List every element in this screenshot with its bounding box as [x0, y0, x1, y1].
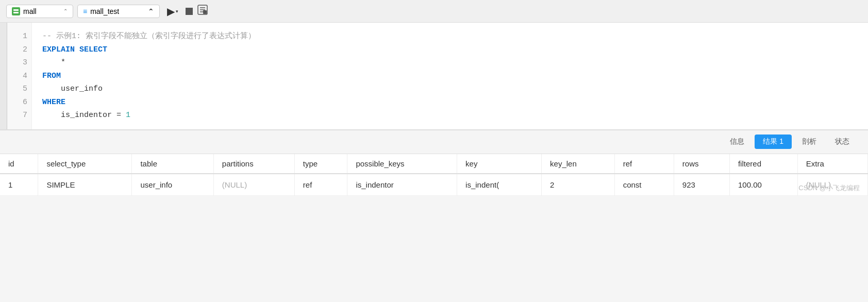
col-partitions: partitions — [213, 154, 294, 174]
col-rows: rows — [674, 154, 729, 174]
cell-filtered: 100.00 — [729, 174, 797, 196]
cell-rows: 923 — [674, 174, 729, 196]
cell-ref: const — [614, 174, 674, 196]
svg-rect-0 — [13, 9, 19, 11]
col-type: type — [294, 154, 347, 174]
code-line-1: -- 示例1: 索引字段不能独立（索引字段进行了表达式计算） — [42, 32, 256, 41]
cell-table: user_info — [132, 174, 213, 196]
table-selector[interactable]: ≡ mall_test ⌃ — [77, 5, 160, 18]
col-id: id — [0, 154, 38, 174]
results-table: id select_type table partitions type pos… — [0, 154, 868, 196]
col-key: key — [457, 154, 542, 174]
tab-analyze[interactable]: 剖析 — [794, 135, 825, 149]
svg-text:⊞: ⊞ — [204, 11, 206, 14]
tab-status[interactable]: 状态 — [827, 135, 858, 149]
database-icon — [12, 7, 20, 15]
stop-button[interactable] — [186, 8, 193, 15]
db-chevron-icon: ⌃ — [63, 8, 68, 14]
col-key-len: key_len — [542, 154, 615, 174]
col-table: table — [132, 154, 213, 174]
run-dropdown-icon[interactable]: ▾ — [176, 9, 178, 14]
line-num: 3 — [11, 56, 27, 70]
table-icon: ≡ — [83, 7, 87, 15]
col-ref: ref — [614, 154, 674, 174]
table-row: 1 SIMPLE user_info (NULL) ref is_indento… — [0, 174, 868, 196]
col-extra: Extra — [797, 154, 867, 174]
line-numbers: 1 2 3 4 5 6 7 — [7, 23, 32, 129]
code-line-6: WHERE — [42, 98, 65, 107]
database-name: mall — [23, 7, 37, 15]
line-num: 7 — [11, 109, 27, 122]
table-chevron-icon: ⌃ — [148, 7, 154, 15]
code-line-5: user_info — [42, 85, 103, 93]
cell-key-len: 2 — [542, 174, 615, 196]
code-line-2: EXPLAIN SELECT — [42, 45, 107, 54]
results-wrapper: id select_type table partitions type pos… — [0, 154, 868, 196]
cell-type: ref — [294, 174, 347, 196]
line-num: 5 — [11, 82, 27, 96]
watermark: CSDN @小飞龙编程 — [798, 183, 860, 193]
editor-left-bar — [0, 23, 7, 129]
code-line-7: is_indentor = 1 — [42, 111, 130, 120]
line-num: 2 — [11, 43, 27, 57]
run-icon: ▶ — [167, 5, 175, 18]
run-button[interactable]: ▶ ▾ — [164, 4, 181, 19]
explain-button[interactable]: ⊞ — [197, 4, 208, 18]
col-possible-keys: possible_keys — [347, 154, 457, 174]
results-table-container: id select_type table partitions type pos… — [0, 154, 868, 196]
cell-key: is_indent( — [457, 174, 542, 196]
col-filtered: filtered — [729, 154, 797, 174]
table-name: mall_test — [90, 7, 119, 15]
cell-select-type: SIMPLE — [38, 174, 132, 196]
svg-rect-1 — [13, 12, 19, 13]
table-header-row: id select_type table partitions type pos… — [0, 154, 868, 174]
col-select-type: select_type — [38, 154, 132, 174]
code-editor[interactable]: -- 示例1: 索引字段不能独立（索引字段进行了表达式计算） EXPLAIN S… — [32, 23, 868, 129]
code-line-4: FROM — [42, 72, 61, 80]
cell-possible-keys: is_indentor — [347, 174, 457, 196]
tab-info[interactable]: 信息 — [722, 135, 753, 149]
cell-partitions: (NULL) — [213, 174, 294, 196]
tab-result1[interactable]: 结果 1 — [755, 135, 792, 149]
cell-id: 1 — [0, 174, 38, 196]
results-tabs: 信息 结果 1 剖析 状态 — [0, 130, 868, 154]
toolbar: mall ⌃ ≡ mall_test ⌃ ▶ ▾ ⊞ — [0, 0, 868, 23]
line-num: 1 — [11, 30, 27, 43]
line-num: 4 — [11, 70, 27, 83]
database-selector[interactable]: mall ⌃ — [6, 5, 73, 18]
editor-area: 1 2 3 4 5 6 7 -- 示例1: 索引字段不能独立（索引字段进行了表达… — [0, 23, 868, 130]
code-line-3: * — [42, 58, 65, 67]
line-num: 6 — [11, 96, 27, 109]
